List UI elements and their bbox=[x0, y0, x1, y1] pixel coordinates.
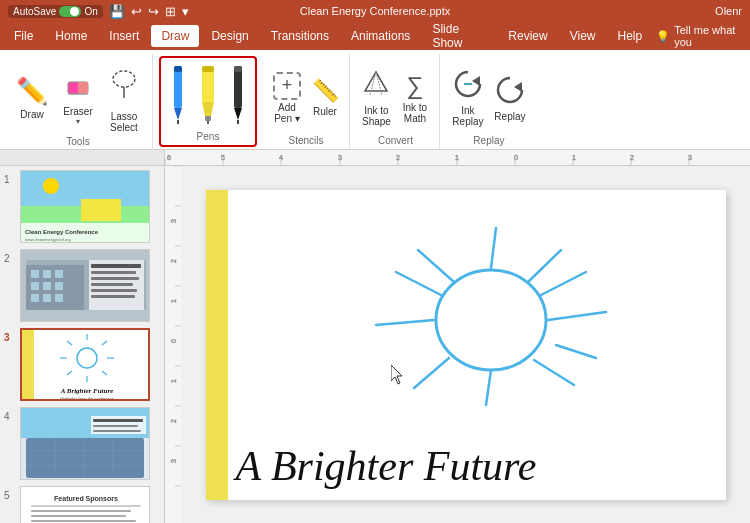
svg-point-125 bbox=[436, 270, 546, 370]
eraser-dropdown[interactable]: ▾ bbox=[76, 117, 80, 126]
svg-rect-99 bbox=[31, 510, 131, 512]
black-pen-button[interactable] bbox=[227, 64, 249, 124]
ruler-corner bbox=[0, 150, 165, 166]
svg-text:3: 3 bbox=[338, 154, 342, 161]
menu-animations[interactable]: Animations bbox=[341, 25, 420, 47]
add-pen-icon: + bbox=[273, 72, 301, 100]
menu-design[interactable]: Design bbox=[201, 25, 258, 47]
blue-pen-button[interactable] bbox=[167, 64, 189, 124]
ink-replay-label: InkReplay bbox=[452, 105, 483, 127]
svg-rect-100 bbox=[31, 515, 126, 517]
ink-replay-button[interactable]: InkReplay bbox=[448, 65, 488, 130]
svg-line-129 bbox=[486, 370, 491, 405]
slide-panel: 1 Clean Energy Conference www.cleanenerg… bbox=[0, 166, 165, 523]
yellow-highlighter-icon bbox=[197, 64, 219, 124]
window-title: Clean Energy Conference.pptx bbox=[300, 5, 450, 17]
ink-to-shape-icon bbox=[362, 69, 390, 103]
eraser-button[interactable]: Eraser ▾ bbox=[56, 67, 100, 129]
svg-rect-101 bbox=[31, 520, 136, 522]
ink-to-math-icon: ∑ bbox=[406, 72, 423, 100]
undo-icon[interactable]: ↩ bbox=[131, 4, 142, 19]
tell-me-label: Tell me what you bbox=[674, 24, 746, 48]
slide-item-4[interactable]: 4 bbox=[4, 407, 160, 480]
black-pen-icon bbox=[227, 64, 249, 124]
horizontal-ruler: 6 5 4 3 2 1 0 1 2 3 bbox=[165, 150, 750, 166]
svg-point-45 bbox=[43, 178, 59, 194]
lasso-icon bbox=[110, 63, 138, 109]
slide-item-5[interactable]: 5 Featured Sponsors bbox=[4, 486, 160, 523]
ruler-label: Ruler bbox=[313, 106, 337, 117]
menu-file[interactable]: File bbox=[4, 25, 43, 47]
svg-text:2: 2 bbox=[396, 154, 400, 161]
title-bar-left: AutoSave On 💾 ↩ ↪ ⊞ ▾ bbox=[8, 4, 189, 19]
menu-view[interactable]: View bbox=[560, 25, 606, 47]
slide-thumb-1[interactable]: Clean Energy Conference www.cleanenergyc… bbox=[20, 170, 150, 243]
pens-group: Pens bbox=[159, 56, 257, 147]
redo-icon[interactable]: ↪ bbox=[148, 4, 159, 19]
svg-marker-6 bbox=[174, 108, 182, 120]
svg-text:1: 1 bbox=[170, 379, 177, 383]
replay-button[interactable]: Replay bbox=[490, 71, 530, 125]
menu-home[interactable]: Home bbox=[45, 25, 97, 47]
svg-rect-55 bbox=[91, 264, 141, 268]
ink-to-math-button[interactable]: ∑ Ink toMath bbox=[397, 69, 433, 127]
ink-to-shape-button[interactable]: Ink toShape bbox=[358, 66, 395, 130]
slide-item-1[interactable]: 1 Clean Energy Conference www.cleanenerg… bbox=[4, 170, 160, 243]
slide-thumb-2[interactable] bbox=[20, 249, 150, 322]
tell-me-bar[interactable]: 💡 Tell me what you bbox=[656, 24, 746, 48]
menu-review[interactable]: Review bbox=[498, 25, 557, 47]
svg-marker-21 bbox=[514, 82, 522, 92]
more-icon[interactable]: ⊞ bbox=[165, 4, 176, 19]
save-icon[interactable]: 💾 bbox=[109, 4, 125, 19]
tools-buttons: ✏️ Draw Eraser ▾ bbox=[10, 54, 146, 136]
tools-group: ✏️ Draw Eraser ▾ bbox=[4, 54, 153, 149]
expand-icon[interactable]: ▾ bbox=[182, 4, 189, 19]
svg-rect-12 bbox=[205, 116, 211, 121]
svg-line-135 bbox=[556, 345, 596, 358]
svg-rect-47 bbox=[81, 199, 121, 221]
draw-button[interactable]: ✏️ Draw bbox=[10, 73, 54, 123]
add-pen-label: AddPen ▾ bbox=[274, 102, 300, 124]
menu-transitions[interactable]: Transitions bbox=[261, 25, 339, 47]
replay-icon bbox=[494, 74, 526, 109]
menu-help[interactable]: Help bbox=[608, 25, 653, 47]
svg-marker-19 bbox=[472, 76, 480, 86]
eraser-icon bbox=[64, 70, 92, 104]
ribbon: ✏️ Draw Eraser ▾ bbox=[0, 50, 750, 150]
ruler-button[interactable]: 📏 Ruler bbox=[307, 75, 343, 120]
slide-item-3[interactable]: 3 A Brigh bbox=[4, 328, 160, 401]
tools-group-label: Tools bbox=[66, 136, 89, 150]
svg-rect-5 bbox=[174, 66, 182, 108]
replay-group-label: Replay bbox=[473, 135, 504, 149]
autosave-toggle[interactable] bbox=[59, 6, 81, 17]
svg-text:1: 1 bbox=[170, 299, 177, 303]
autosave-indicator[interactable]: AutoSave On bbox=[8, 5, 103, 18]
svg-rect-58 bbox=[91, 283, 133, 286]
svg-line-136 bbox=[396, 272, 441, 295]
svg-rect-56 bbox=[91, 271, 136, 274]
menu-draw[interactable]: Draw bbox=[151, 25, 199, 47]
eraser-label: Eraser bbox=[63, 106, 92, 117]
lightbulb-icon: 💡 bbox=[656, 30, 670, 43]
svg-rect-64 bbox=[55, 270, 63, 278]
menu-insert[interactable]: Insert bbox=[99, 25, 149, 47]
svg-line-127 bbox=[548, 312, 606, 320]
svg-line-132 bbox=[418, 250, 454, 282]
slide-thumb-4[interactable] bbox=[20, 407, 150, 480]
slide-item-2[interactable]: 2 bbox=[4, 249, 160, 322]
yellow-highlighter-button[interactable] bbox=[197, 64, 219, 124]
slide-thumb-5[interactable]: Featured Sponsors bbox=[20, 486, 150, 523]
slide-thumb-3[interactable]: A Brighter Future Highlights from the co… bbox=[20, 328, 150, 401]
add-pen-button[interactable]: + AddPen ▾ bbox=[269, 69, 305, 127]
svg-line-130 bbox=[414, 358, 449, 388]
svg-text:Highlights from the conference: Highlights from the conference bbox=[60, 396, 115, 401]
menu-slideshow[interactable]: Slide Show bbox=[422, 18, 496, 54]
svg-text:3: 3 bbox=[170, 459, 177, 463]
slide-yellow-bar bbox=[206, 190, 228, 500]
lasso-select-button[interactable]: LassoSelect bbox=[102, 60, 146, 136]
svg-marker-18 bbox=[365, 72, 387, 91]
svg-text:0: 0 bbox=[514, 154, 518, 161]
svg-marker-11 bbox=[202, 102, 214, 116]
menu-bar: File Home Insert Draw Design Transitions… bbox=[0, 22, 750, 50]
slide-canvas-area: A Brighter Future bbox=[181, 166, 750, 523]
